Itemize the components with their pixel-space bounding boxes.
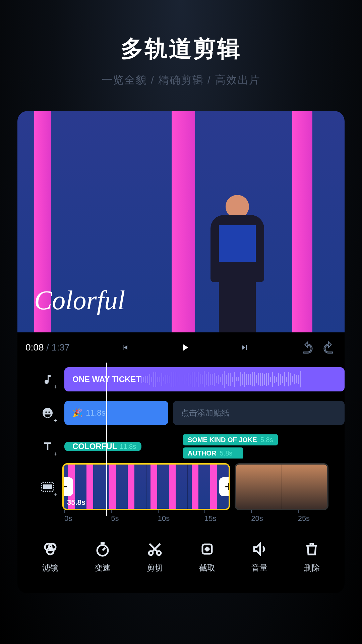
tool-speed[interactable]: 变速 <box>93 540 112 573</box>
text-clip-duration: 5.8s <box>220 449 233 457</box>
filter-icon <box>41 540 60 558</box>
tool-volume[interactable]: 音量 <box>250 540 269 573</box>
ruler-tick: 25s <box>298 514 345 523</box>
preview-graphic <box>292 111 312 332</box>
ruler-tick: 5s <box>111 514 158 523</box>
sticker-clip[interactable]: 🎉 11.8s <box>64 401 168 425</box>
video-clip-duration: 35.8s <box>67 498 85 507</box>
ruler-tick: 10s <box>158 514 204 523</box>
svg-rect-1 <box>43 484 52 489</box>
next-button[interactable] <box>236 339 252 356</box>
text-clip-label: COLORFUL <box>72 442 117 451</box>
plus-icon: + <box>52 450 59 458</box>
add-video-button[interactable]: + <box>38 477 58 497</box>
add-sticker-button[interactable]: + <box>38 403 58 423</box>
video-track: + + 35.8s + <box>38 463 345 510</box>
add-clip-before-button[interactable]: + <box>62 477 73 496</box>
tool-label: 剪切 <box>147 562 163 573</box>
time-display: 0:08 / 1:37 <box>25 342 70 353</box>
tool-label: 截取 <box>199 562 215 573</box>
preview-subject <box>200 195 274 332</box>
play-button[interactable] <box>177 339 193 356</box>
undo-button[interactable] <box>300 339 316 356</box>
time-ruler: 0s5s10s15s20s25s <box>38 510 345 530</box>
text-clip-sub2[interactable]: AUTHOR 5.8s <box>183 447 243 459</box>
sticker-track: + 🎉 11.8s 点击添加贴纸 <box>38 396 345 430</box>
sticker-emoji: 🎉 <box>72 408 82 418</box>
text-clips-stack: SOME KIND OF JOKE 5.8s AUTHOR 5.8s <box>183 434 278 459</box>
sticker-placeholder-text: 点击添加贴纸 <box>181 408 229 418</box>
tool-cut[interactable]: 剪切 <box>145 540 164 573</box>
volume-icon <box>250 540 269 558</box>
current-time: 0:08 <box>25 342 44 353</box>
playback-controls: 0:08 / 1:37 <box>17 332 345 363</box>
music-track: + ONE WAY TICKET <box>38 363 345 396</box>
prev-button[interactable] <box>117 339 133 356</box>
plus-icon: + <box>52 417 59 424</box>
main-title: 多轨道剪辑 <box>0 34 362 64</box>
ruler-tick: 0s <box>64 514 111 523</box>
tool-label: 变速 <box>95 562 111 573</box>
crop-icon <box>198 540 217 558</box>
tool-label: 滤镜 <box>42 562 58 573</box>
subtitle: 一览全貌 / 精确剪辑 / 高效出片 <box>0 73 362 88</box>
playhead[interactable] <box>106 363 107 516</box>
sticker-duration: 11.8s <box>86 408 106 418</box>
text-clip-label: AUTHOR <box>188 449 217 457</box>
text-track: + COLORFUL 11.8s SOME KIND OF JOKE 5.8s … <box>38 430 345 463</box>
video-preview[interactable]: Colorful <box>17 111 345 332</box>
speed-icon <box>93 540 112 558</box>
ruler-tick: 15s <box>204 514 251 523</box>
redo-button[interactable] <box>320 339 337 356</box>
text-clip-main[interactable]: COLORFUL 11.8s <box>64 442 141 451</box>
plus-icon: + <box>52 383 59 391</box>
preview-graphic <box>172 111 195 332</box>
timeline: + ONE WAY TICKET + 🎉 11.8s 点击添加贴纸 <box>17 363 345 530</box>
bottom-toolbar: 滤镜变速剪切截取音量删除 <box>17 530 345 593</box>
tool-filter[interactable]: 滤镜 <box>41 540 60 573</box>
tool-label: 删除 <box>304 562 320 573</box>
add-clip-after-button[interactable]: + <box>219 477 230 496</box>
text-clip-label: SOME KIND OF JOKE <box>188 436 257 444</box>
tool-delete[interactable]: 删除 <box>302 540 321 573</box>
text-clip-sub1[interactable]: SOME KIND OF JOKE 5.8s <box>183 434 278 445</box>
text-clip-duration: 11.8s <box>120 443 136 450</box>
add-music-button[interactable]: + <box>38 369 58 389</box>
delete-icon <box>302 540 321 558</box>
video-clip[interactable] <box>235 463 328 510</box>
text-clip-duration: 5.8s <box>260 436 273 444</box>
video-editor: Colorful 0:08 / 1:37 + ONE WAY TICKET <box>17 111 345 593</box>
watermark-text: Colorful <box>34 285 125 316</box>
cut-icon <box>145 540 164 558</box>
plus-icon: + <box>52 491 59 498</box>
waveform <box>141 367 345 391</box>
add-text-button[interactable]: + <box>38 436 58 457</box>
video-clip-selected[interactable]: + 35.8s + <box>62 463 230 510</box>
time-separator: / <box>44 342 52 353</box>
tool-label: 音量 <box>251 562 267 573</box>
total-time: 1:37 <box>52 342 70 353</box>
sticker-placeholder[interactable]: 点击添加贴纸 <box>173 401 345 425</box>
header: 多轨道剪辑 一览全貌 / 精确剪辑 / 高效出片 <box>0 0 362 88</box>
ruler-tick: 20s <box>251 514 298 523</box>
tool-crop[interactable]: 截取 <box>198 540 217 573</box>
